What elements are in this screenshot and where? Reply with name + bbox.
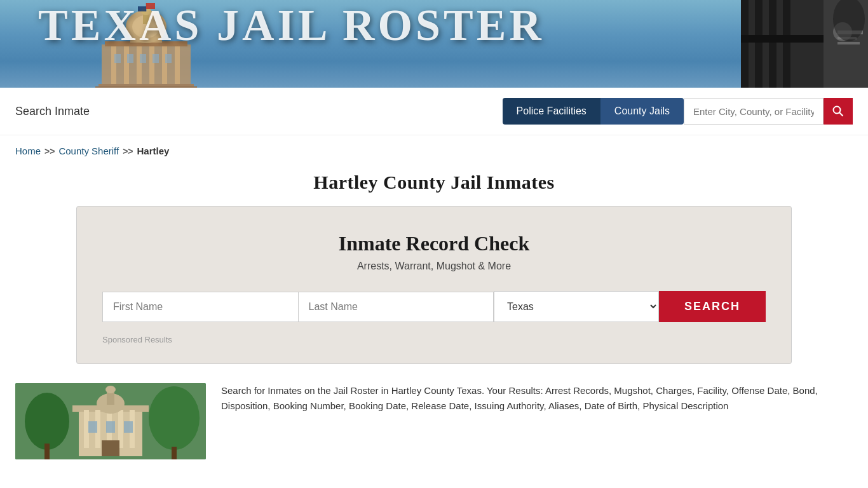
breadcrumb: Home >> County Sheriff >> Hartley	[0, 135, 868, 161]
state-select[interactable]: AlabamaAlaskaArizonaArkansasCaliforniaCo…	[494, 291, 659, 322]
record-search-row: AlabamaAlaskaArizonaArkansasCaliforniaCo…	[102, 291, 766, 322]
svg-point-39	[25, 393, 69, 450]
record-search-button[interactable]: SEARCH	[659, 291, 766, 322]
svg-rect-55	[124, 421, 133, 433]
facility-search-button[interactable]	[824, 98, 853, 125]
facility-search-input[interactable]	[684, 98, 824, 125]
svg-rect-21	[165, 54, 172, 63]
page-title: Hartley County Jail Inmates	[0, 161, 868, 206]
svg-rect-40	[44, 444, 50, 459]
breadcrumb-county-sheriff[interactable]: County Sheriff	[58, 146, 119, 156]
breadcrumb-sep1: >>	[44, 146, 55, 156]
svg-rect-4	[137, 46, 142, 84]
search-inmate-label: Search Inmate	[15, 105, 90, 118]
site-title: Texas Jail Roster	[38, 0, 868, 51]
bottom-description: Search for Inmates on the Jail Roster in…	[221, 383, 853, 459]
svg-rect-18	[127, 54, 133, 63]
search-icon	[832, 105, 844, 117]
bottom-section: Search for Inmates on the Jail Roster in…	[0, 370, 868, 472]
svg-rect-3	[124, 46, 129, 84]
svg-rect-56	[102, 440, 119, 456]
courthouse-image	[15, 383, 206, 459]
svg-rect-20	[153, 54, 159, 63]
svg-rect-45	[84, 410, 89, 448]
county-jails-button[interactable]: County Jails	[600, 98, 684, 125]
first-name-input[interactable]	[102, 292, 298, 322]
last-name-input[interactable]	[298, 292, 494, 322]
breadcrumb-current: Hartley	[137, 146, 170, 156]
courthouse-icon	[15, 383, 206, 459]
record-check-subtitle: Arrests, Warrant, Mugshot & More	[102, 261, 766, 272]
svg-rect-6	[162, 46, 167, 84]
svg-rect-17	[114, 54, 121, 63]
nav-controls: Police Facilities County Jails	[503, 98, 853, 125]
record-check-box: Inmate Record Check Arrests, Warrant, Mu…	[76, 206, 792, 364]
svg-point-41	[149, 386, 200, 450]
police-facilities-button[interactable]: Police Facilities	[503, 98, 600, 125]
svg-rect-19	[140, 54, 146, 63]
header-banner: Texas Jail Roster	[0, 0, 868, 88]
sponsored-label: Sponsored Results	[102, 335, 766, 344]
breadcrumb-home[interactable]: Home	[15, 146, 41, 156]
nav-bar: Search Inmate Police Facilities County J…	[0, 88, 868, 135]
svg-rect-23	[95, 86, 197, 88]
svg-point-52	[105, 386, 116, 393]
svg-rect-53	[88, 421, 97, 433]
record-check-title: Inmate Record Check	[102, 232, 766, 255]
breadcrumb-sep2: >>	[123, 146, 133, 156]
svg-rect-42	[172, 447, 177, 459]
svg-rect-2	[111, 46, 116, 84]
svg-line-37	[839, 112, 843, 116]
svg-rect-5	[149, 46, 154, 84]
svg-rect-54	[106, 421, 115, 433]
svg-rect-7	[175, 46, 180, 84]
